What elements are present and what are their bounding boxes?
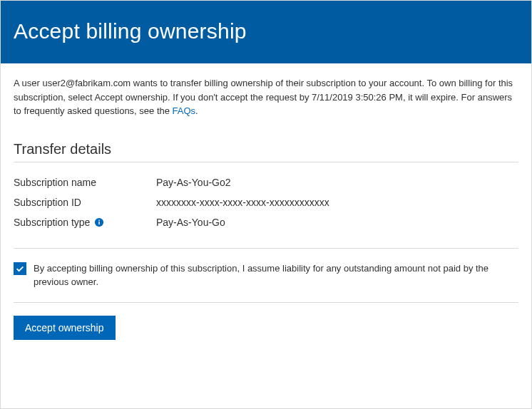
footer: Accept ownership xyxy=(14,302,518,340)
svg-rect-1 xyxy=(99,221,100,224)
detail-row-subscription-name: Subscription name Pay-As-You-Go2 xyxy=(14,172,518,192)
label-text: Subscription name xyxy=(14,177,96,188)
transfer-details-heading: Transfer details xyxy=(14,141,518,162)
detail-label: Subscription type xyxy=(14,217,156,228)
page-content: A user user2@fabrikam.com wants to trans… xyxy=(1,63,531,340)
faqs-link[interactable]: FAQs xyxy=(173,105,196,116)
consent-row: By accepting billing ownership of this s… xyxy=(14,262,518,289)
consent-text: By accepting billing ownership of this s… xyxy=(34,262,518,289)
detail-value: xxxxxxxx-xxxx-xxxx-xxxx-xxxxxxxxxxxx xyxy=(156,197,329,208)
detail-label: Subscription name xyxy=(14,177,156,188)
accept-ownership-button[interactable]: Accept ownership xyxy=(14,316,116,340)
label-text: Subscription ID xyxy=(14,197,81,208)
consent-checkbox[interactable] xyxy=(14,262,26,275)
intro-text: A user user2@fabrikam.com wants to trans… xyxy=(14,76,518,118)
detail-row-subscription-id: Subscription ID xxxxxxxx-xxxx-xxxx-xxxx-… xyxy=(14,192,518,212)
intro-after: . xyxy=(195,105,198,116)
divider xyxy=(14,248,518,249)
svg-rect-2 xyxy=(99,219,100,220)
label-text: Subscription type xyxy=(14,217,90,228)
intro-before: A user user2@fabrikam.com wants to trans… xyxy=(14,78,513,116)
detail-label: Subscription ID xyxy=(14,197,156,208)
page-header: Accept billing ownership xyxy=(1,1,531,63)
detail-value: Pay-As-You-Go2 xyxy=(156,177,231,188)
transfer-details: Subscription name Pay-As-You-Go2 Subscri… xyxy=(14,172,518,232)
detail-value: Pay-As-You-Go xyxy=(156,217,225,228)
check-icon xyxy=(15,264,25,274)
page-title: Accept billing ownership xyxy=(14,19,518,43)
detail-row-subscription-type: Subscription type Pay-As-You-Go xyxy=(14,212,518,232)
info-icon[interactable] xyxy=(94,217,104,227)
